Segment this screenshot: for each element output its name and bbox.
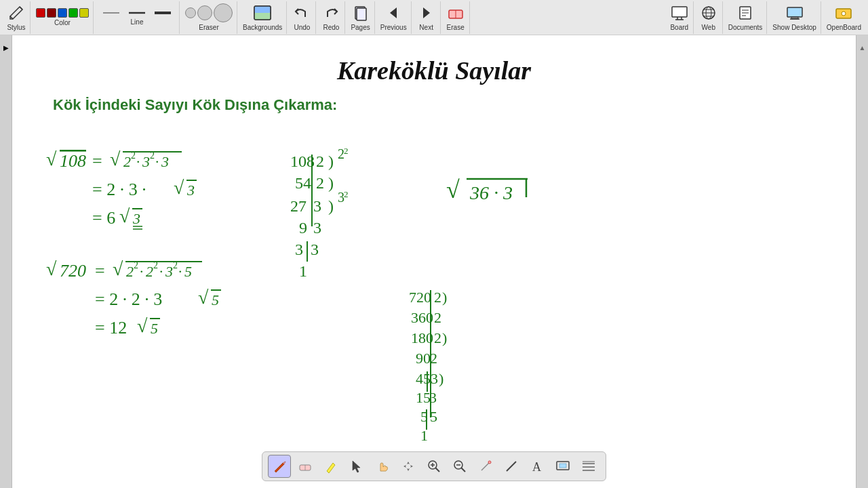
svg-text:90: 90 [416, 350, 431, 367]
svg-text:2: 2 [150, 150, 155, 161]
svg-text:3: 3 [142, 153, 150, 170]
show-desktop-group: Show Desktop [768, 1, 821, 34]
next-icon[interactable] [417, 3, 436, 22]
zoom-out-tool[interactable] [448, 455, 471, 478]
left-sidebar: ▶ [0, 35, 12, 488]
eraser-row [185, 3, 233, 22]
color-row-1 [36, 8, 89, 18]
svg-text:√: √ [198, 287, 209, 308]
web-icon[interactable] [699, 3, 718, 22]
board-group: Board [666, 1, 694, 34]
svg-text:3: 3 [132, 210, 140, 227]
erase-icon[interactable] [446, 3, 465, 22]
svg-point-132 [488, 461, 491, 464]
svg-text:2: 2 [123, 153, 131, 170]
svg-text:2: 2 [434, 329, 441, 346]
line-group: Line [95, 1, 180, 34]
select-tool[interactable] [345, 455, 368, 478]
svg-text:5: 5 [151, 320, 158, 337]
show-desktop-label: Show Desktop [772, 24, 816, 31]
svg-text:= 2 · 2 · 3: = 2 · 2 · 3 [95, 289, 162, 309]
svg-text:2: 2 [134, 260, 138, 270]
backgrounds-label: Backgrounds [243, 24, 282, 31]
svg-text:3: 3 [161, 153, 169, 170]
svg-text:=: = [95, 261, 105, 281]
eraser-medium[interactable] [197, 5, 212, 20]
undo-label: Undo [294, 24, 310, 31]
svg-text:2: 2 [344, 189, 349, 199]
math-content: √ 108 = √ 2 2 · 3 2 · 3 = 2 · 3 · [39, 126, 751, 479]
svg-line-129 [461, 468, 465, 472]
redo-icon[interactable] [321, 3, 340, 22]
whiteboard-subtitle: Kök İçindeki Sayıyı Kök Dışına Çıkarma: [53, 96, 856, 114]
svg-text:108: 108 [290, 152, 315, 170]
svg-text:√: √ [119, 205, 130, 226]
svg-text:√: √ [46, 258, 57, 279]
svg-text:180: 180 [411, 329, 433, 346]
previous-label: Previous [380, 24, 407, 31]
whiteboard[interactable]: Kareköklü Sayılar Kök İçindeki Sayıyı Kö… [12, 35, 856, 488]
previous-icon[interactable] [384, 3, 403, 22]
svg-text:√: √ [446, 176, 460, 203]
svg-text:5: 5 [184, 263, 192, 280]
board-label: Board [670, 24, 688, 31]
show-desktop-icon[interactable] [785, 3, 804, 22]
left-sidebar-arrow[interactable]: ▶ [1, 41, 11, 54]
svg-text:√: √ [137, 315, 148, 336]
zoom-in-tool[interactable] [422, 455, 446, 478]
svg-text:√: √ [46, 148, 57, 169]
line-thick[interactable] [151, 9, 175, 17]
svg-text:): ) [442, 289, 447, 306]
color-green[interactable] [68, 8, 78, 18]
color-darkred[interactable] [47, 8, 56, 18]
line-thin[interactable] [99, 9, 123, 17]
svg-text:=: = [92, 151, 102, 171]
undo-icon[interactable] [292, 3, 311, 22]
documents-group: Documents [724, 1, 768, 34]
line-medium[interactable] [125, 9, 149, 17]
web-group: Web [695, 1, 723, 34]
color-group: Color [32, 1, 94, 34]
svg-text:): ) [439, 370, 443, 387]
documents-label: Documents [728, 24, 763, 31]
line-draw-tool[interactable] [500, 455, 523, 478]
pages-icon[interactable] [351, 3, 370, 22]
eraser-tool[interactable] [294, 455, 317, 478]
svg-rect-4 [254, 6, 271, 13]
color-red[interactable] [36, 8, 45, 18]
openboard-icon[interactable] [834, 3, 853, 22]
stylus-group: Stylus [3, 1, 31, 34]
svg-rect-26 [787, 7, 802, 17]
text-tool[interactable]: A [526, 455, 549, 478]
right-sidebar-arrow[interactable]: ▲ [858, 41, 867, 54]
screen-capture-tool[interactable] [551, 455, 574, 478]
board-icon[interactable] [670, 3, 689, 22]
eraser-group: Eraser [181, 1, 237, 34]
next-group: Next [413, 1, 441, 34]
eraser-large[interactable] [214, 3, 233, 22]
svg-text:720: 720 [409, 289, 431, 306]
svg-text:): ) [328, 152, 334, 170]
backgrounds-icon[interactable] [253, 3, 272, 22]
erase-label: Erase [447, 24, 465, 31]
stylus-icon[interactable] [7, 3, 26, 22]
hand-drag-tool[interactable] [371, 455, 394, 478]
svg-line-131 [481, 462, 490, 470]
svg-text:·: · [136, 153, 140, 170]
color-blue[interactable] [58, 8, 67, 18]
grid-tool[interactable] [577, 455, 600, 478]
svg-text:54: 54 [295, 174, 311, 192]
pan-tool[interactable] [397, 455, 420, 478]
svg-text:): ) [328, 174, 334, 192]
svg-rect-8 [357, 8, 366, 20]
laser-tool[interactable] [474, 455, 497, 478]
backgrounds-group: Backgrounds [239, 1, 287, 34]
highlighter-tool[interactable] [319, 455, 342, 478]
eraser-small[interactable] [185, 7, 196, 18]
svg-text:3: 3 [429, 389, 437, 406]
svg-rect-136 [559, 464, 566, 468]
documents-icon[interactable] [736, 3, 755, 22]
color-yellow[interactable] [79, 8, 89, 18]
pen-tool[interactable] [268, 455, 291, 478]
svg-text:3: 3 [295, 241, 303, 258]
